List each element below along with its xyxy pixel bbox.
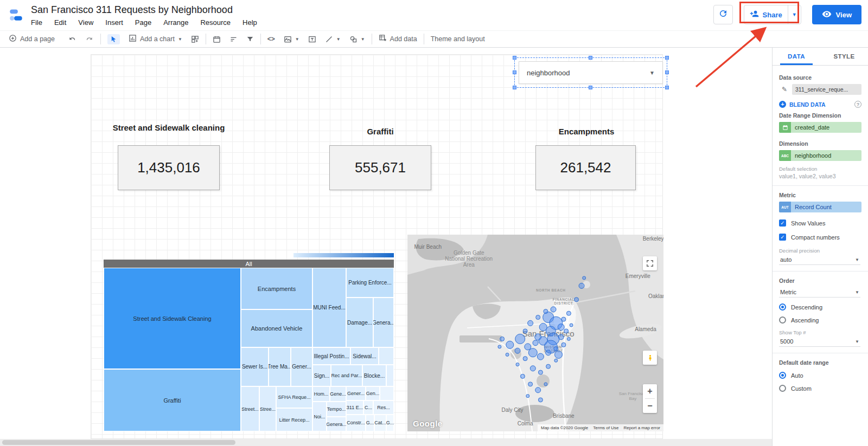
map-bubble[interactable] — [579, 283, 584, 288]
treemap-cell[interactable]: Blocke... — [362, 365, 386, 386]
scrollbar-thumb[interactable] — [2, 440, 235, 445]
view-button[interactable]: View — [812, 5, 861, 24]
treemap-cell[interactable]: Hom... — [312, 386, 330, 402]
selection-handle[interactable] — [665, 56, 669, 60]
map-bubble[interactable] — [506, 341, 514, 348]
help-icon[interactable]: ? — [854, 101, 861, 108]
treemap-chart[interactable]: All Street and Sidewalk CleaningGraffiti… — [104, 250, 394, 431]
map-bubble[interactable] — [530, 366, 535, 371]
terms-of-use-link[interactable]: Terms of Use — [593, 425, 618, 430]
blend-data-button[interactable]: + BLEND DATA ? — [779, 101, 861, 108]
treemap-cell[interactable]: Cat... — [374, 415, 386, 431]
menu-insert[interactable]: Insert — [105, 18, 123, 27]
map-bubble[interactable] — [544, 309, 548, 314]
show-top-select[interactable]: 5000 ▼ — [779, 337, 860, 347]
map-bubble[interactable] — [567, 337, 570, 340]
auto-date-range-radio[interactable] — [779, 372, 786, 379]
treemap-cell[interactable]: SFHA Reque... — [276, 386, 312, 408]
selection-handle[interactable] — [513, 70, 516, 74]
ascending-radio[interactable] — [779, 316, 786, 324]
map-bubble[interactable] — [570, 324, 573, 327]
map-bubble[interactable] — [546, 364, 551, 369]
treemap-cell[interactable]: G... — [386, 415, 394, 431]
menu-edit[interactable]: Edit — [54, 18, 66, 27]
map-bubble[interactable] — [528, 320, 533, 326]
horizontal-scrollbar[interactable] — [0, 439, 772, 446]
undo-button[interactable] — [68, 35, 76, 43]
decimal-precision-select[interactable]: auto ▼ — [779, 255, 860, 265]
map-bubble[interactable] — [537, 353, 544, 360]
map-bubble[interactable] — [516, 363, 519, 366]
treemap-cell[interactable]: Gen... — [366, 386, 380, 400]
map-bubble[interactable] — [526, 395, 529, 398]
compact-numbers-checkbox[interactable]: ✓ — [779, 234, 786, 241]
map-bubble[interactable] — [528, 382, 533, 386]
scorecard-value[interactable]: 261,542 — [535, 145, 636, 190]
map-bubble[interactable] — [528, 348, 537, 357]
selection-handle[interactable] — [589, 86, 592, 89]
map-bubble[interactable] — [539, 324, 547, 331]
map-bubble[interactable] — [500, 337, 505, 341]
selection-handle[interactable] — [589, 56, 592, 60]
image-tool-button[interactable]: ▼ — [284, 35, 299, 43]
treemap-cell[interactable]: Noi... — [312, 402, 327, 431]
treemap-cell[interactable]: Parking Enforce... — [346, 268, 394, 298]
add-chart-button[interactable]: Add a chart ▼ — [129, 34, 182, 44]
map-bubble[interactable] — [515, 334, 525, 344]
report-map-error-link[interactable]: Report a map error — [623, 425, 660, 430]
menu-file[interactable]: File — [31, 18, 42, 27]
date-range-control-button[interactable] — [213, 35, 221, 43]
map-bubble[interactable] — [498, 345, 501, 348]
share-dropdown-caret[interactable]: ▼ — [788, 5, 801, 24]
map-bubble[interactable] — [523, 329, 527, 333]
data-control-button[interactable] — [229, 35, 238, 43]
treemap-cell[interactable]: Stree... — [259, 386, 276, 431]
add-data-button[interactable]: Add data — [379, 34, 417, 44]
share-button[interactable]: Share ▼ — [744, 5, 801, 24]
community-viz-button[interactable] — [191, 35, 199, 43]
show-values-checkbox[interactable]: ✓ — [779, 219, 786, 227]
order-select[interactable]: Metric ▼ — [779, 287, 860, 298]
treemap-cell[interactable]: MUNI Feed... — [312, 268, 346, 347]
report-canvas[interactable]: neighborhood ▼ Street and Sidewalk clean… — [0, 48, 772, 446]
shape-tool-button[interactable]: ▼ — [349, 35, 365, 43]
dimension-chip[interactable]: ABC neighborhood — [779, 150, 861, 161]
zoom-out-button[interactable]: − — [643, 399, 657, 413]
map-bubble[interactable] — [575, 298, 579, 302]
selection-handle[interactable] — [665, 70, 669, 74]
treemap-cell[interactable]: Graffiti — [104, 369, 241, 431]
report-title[interactable]: San Francisco 311 Requests by Neighborho… — [31, 4, 257, 16]
descending-radio[interactable] — [779, 303, 786, 311]
menu-help[interactable]: Help — [242, 18, 257, 27]
treemap-cell[interactable]: Tempo... — [327, 402, 346, 417]
pegman-button[interactable] — [643, 351, 657, 365]
map-bubble[interactable] — [554, 359, 558, 362]
map-bubble[interactable] — [533, 340, 538, 346]
map-bubble[interactable] — [561, 342, 566, 347]
map-bubble[interactable] — [544, 383, 547, 386]
treemap-cell[interactable] — [380, 386, 394, 400]
refresh-button[interactable] — [713, 5, 733, 24]
menu-page[interactable]: Page — [135, 18, 151, 27]
map-bubble[interactable] — [525, 344, 531, 350]
map-bubble[interactable] — [558, 334, 564, 340]
redo-button[interactable] — [85, 35, 94, 43]
treemap-cell[interactable]: Sidewal... — [350, 347, 379, 365]
treemap-cell[interactable]: Gene... — [330, 386, 346, 402]
tab-data[interactable]: DATA — [773, 48, 820, 65]
map-bubble[interactable] — [544, 340, 557, 353]
map-bubble[interactable] — [555, 351, 563, 358]
treemap-cell[interactable]: Litter Recep... — [276, 408, 312, 431]
text-tool-button[interactable] — [308, 35, 316, 43]
embed-button[interactable]: <> — [267, 35, 275, 43]
map-bubble[interactable] — [566, 311, 571, 315]
treemap-cell[interactable]: Gener... — [291, 347, 312, 386]
custom-date-range-radio[interactable] — [779, 385, 786, 392]
map-bubble[interactable] — [538, 370, 542, 374]
select-tool-button[interactable] — [107, 34, 120, 44]
selection-handle[interactable] — [513, 86, 516, 89]
map-bubble[interactable] — [536, 315, 540, 320]
report-page[interactable]: neighborhood ▼ Street and Sidewalk clean… — [91, 54, 663, 439]
treemap-cell[interactable]: Gener... — [346, 386, 366, 400]
treemap-cell[interactable]: Street and Sidewalk Cleaning — [104, 268, 241, 369]
